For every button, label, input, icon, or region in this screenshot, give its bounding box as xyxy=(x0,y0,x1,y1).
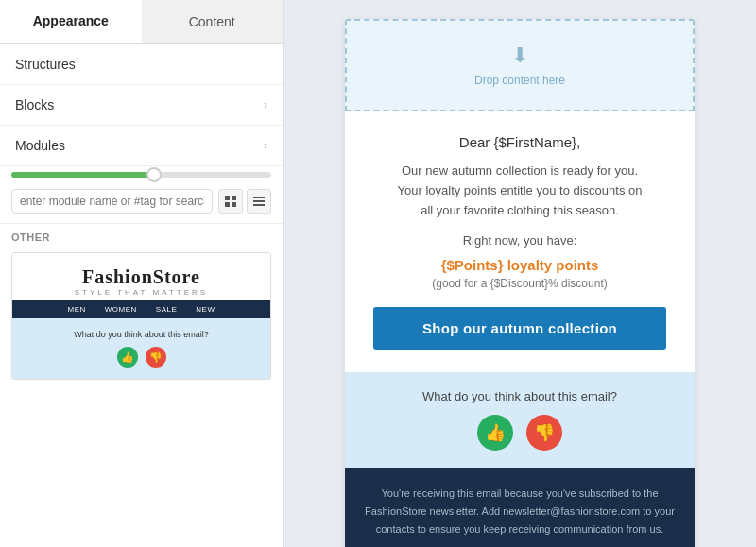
tab-appearance[interactable]: Appearance xyxy=(0,0,142,43)
points-label-text: loyalty points xyxy=(507,257,599,273)
right-panel: ⬇ Drop content here Dear {$FirstName}, O… xyxy=(284,0,756,547)
module-thumbdown-button[interactable]: 👎 xyxy=(146,347,166,368)
module-thumb-btns: 👍 👎 xyxy=(24,347,259,368)
modules-chevron-icon: › xyxy=(264,139,267,152)
modules-label: Modules xyxy=(15,138,65,153)
svg-rect-2 xyxy=(225,202,230,207)
nav-sale: SALE xyxy=(146,300,186,318)
grid-view-button[interactable] xyxy=(218,189,243,214)
nav-men: MEN xyxy=(59,300,95,318)
thumbdown-button[interactable]: 👎 xyxy=(526,415,562,451)
list-view-button[interactable] xyxy=(247,189,271,214)
module-nav: MEN WOMEN SALE NEW xyxy=(12,300,270,318)
menu-item-blocks[interactable]: Blocks › xyxy=(0,85,283,126)
feedback-section: What do you think about this email? 👍 👎 xyxy=(345,372,695,468)
footer-section: You're receiving this email because you'… xyxy=(345,468,695,547)
email-discount-line: (good for a {$Discount}% discount) xyxy=(373,277,666,290)
left-panel: Appearance Content Structures Blocks › M… xyxy=(0,0,284,547)
email-points-line: {$Points} loyalty points xyxy=(373,257,666,273)
tabs-row: Appearance Content xyxy=(0,0,283,44)
email-preview: ⬇ Drop content here Dear {$FirstName}, O… xyxy=(345,19,695,547)
search-section xyxy=(0,179,283,224)
feedback-buttons: 👍 👎 xyxy=(362,415,678,451)
shop-button[interactable]: Shop our autumn collection xyxy=(373,307,666,350)
other-label: Other xyxy=(0,224,283,247)
svg-rect-0 xyxy=(225,196,230,200)
view-icons xyxy=(218,189,271,214)
slider-fill xyxy=(11,172,154,178)
list-icon xyxy=(253,196,265,207)
nav-new: NEW xyxy=(186,300,224,318)
search-input[interactable] xyxy=(11,189,213,214)
grid-icon xyxy=(225,196,236,207)
module-logo-text: FashionStore xyxy=(12,266,270,288)
drop-zone[interactable]: ⬇ Drop content here xyxy=(345,19,695,111)
svg-rect-4 xyxy=(253,197,265,198)
module-tagline: Style That Matters xyxy=(12,288,270,297)
drop-text: Drop content here xyxy=(369,74,670,87)
email-greeting: Dear {$FirstName}, xyxy=(373,134,666,150)
module-thumbup-button[interactable]: 👍 xyxy=(117,347,138,368)
svg-rect-6 xyxy=(253,204,265,206)
module-logo-section: FashionStore Style That Matters xyxy=(12,253,270,300)
svg-rect-3 xyxy=(232,202,236,207)
feedback-question: What do you think about this email? xyxy=(362,389,678,403)
blocks-label: Blocks xyxy=(15,97,54,112)
module-preview[interactable]: FashionStore Style That Matters MEN WOME… xyxy=(11,252,271,380)
blocks-chevron-icon: › xyxy=(264,98,267,111)
menu-item-modules[interactable]: Modules › xyxy=(0,126,283,166)
module-body: What do you think about this email? 👍 👎 xyxy=(12,318,270,379)
email-body-text: Our new autumn collection is ready for y… xyxy=(373,162,666,220)
thumbup-button[interactable]: 👍 xyxy=(477,415,513,451)
structures-label: Structures xyxy=(15,57,76,72)
tab-content[interactable]: Content xyxy=(142,0,284,43)
drop-icon: ⬇ xyxy=(369,43,670,68)
svg-rect-5 xyxy=(253,200,265,202)
svg-rect-1 xyxy=(232,196,236,200)
slider-section xyxy=(0,166,283,179)
slider-track[interactable] xyxy=(11,172,271,178)
menu-item-structures[interactable]: Structures xyxy=(0,44,283,85)
points-variable: {$Points} xyxy=(441,257,504,273)
email-right-now: Right now, you have: xyxy=(373,233,666,248)
module-body-text: What do you think about this email? xyxy=(24,330,259,339)
nav-women: WOMEN xyxy=(95,300,146,318)
footer-text: You're receiving this email because you'… xyxy=(364,485,676,538)
email-body: Dear {$FirstName}, Our new autumn collec… xyxy=(345,111,695,372)
